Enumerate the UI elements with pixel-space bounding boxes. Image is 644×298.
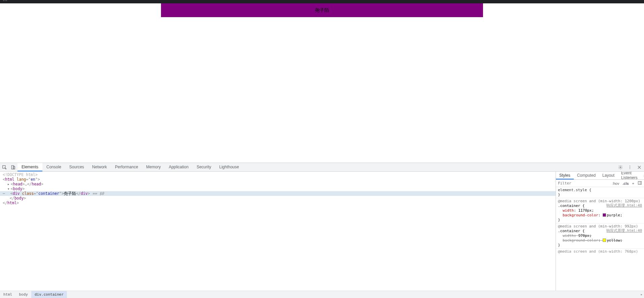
breadcrumb-div-container[interactable]: div.container — [31, 291, 67, 298]
styles-tabs-more-icon[interactable]: » — [641, 172, 644, 179]
device-toggle-icon[interactable] — [9, 163, 17, 171]
devtools-tab-sources[interactable]: Sources — [65, 163, 88, 171]
svg-point-5 — [630, 167, 630, 168]
css-rule-2[interactable]: @media screen and (min-width: 992px) .co… — [556, 223, 644, 249]
new-rule-button[interactable]: + — [632, 181, 635, 185]
devtools-body: <!DOCTYPE html> <html lang="en"> ▸<head>… — [0, 172, 644, 291]
rendered-page: 尧子陌 — [0, 3, 644, 163]
styles-tab-event-listeners[interactable]: Event Listeners — [618, 172, 641, 179]
css-rule-3-peek: @media screen and (min-width: 768px) — [556, 249, 644, 254]
dom-body-open[interactable]: ▾<body> — [0, 186, 556, 191]
styles-toolbar: :hov .cls + — [556, 180, 644, 187]
styles-rules[interactable]: element.style { } @media screen and (min… — [556, 187, 644, 291]
hov-toggle[interactable]: :hov — [611, 181, 620, 185]
styles-filter-input[interactable] — [557, 181, 609, 186]
devtools-tab-performance[interactable]: Performance — [111, 163, 142, 171]
css-rule-1[interactable]: @media screen and (min-width: 1200px) .c… — [556, 198, 644, 223]
dom-head[interactable]: ▸<head>…</head> — [0, 182, 556, 186]
color-swatch-icon[interactable] — [603, 239, 606, 242]
toolbar-overflow-icon: ⋯ — [3, 0, 8, 3]
dom-html-open[interactable]: <html lang="en"> — [0, 177, 556, 182]
element-style-rule[interactable]: element.style { } — [556, 187, 644, 198]
devtools-tab-application[interactable]: Application — [165, 163, 193, 171]
kebab-menu-icon[interactable] — [627, 165, 633, 170]
svg-point-3 — [620, 167, 621, 168]
devtools-tabs: ElementsConsoleSourcesNetworkPerformance… — [0, 163, 644, 172]
rule-source-link[interactable]: 响应式原理.html:48 — [606, 203, 642, 208]
devtools-tab-lighthouse[interactable]: Lighthouse — [215, 163, 243, 171]
devtools-tab-security[interactable]: Security — [193, 163, 215, 171]
breadcrumb-body[interactable]: body — [16, 291, 32, 298]
styles-tab-styles[interactable]: Styles — [556, 172, 574, 179]
inspect-icon[interactable] — [0, 163, 9, 171]
cls-toggle[interactable]: .cls — [622, 181, 629, 185]
dom-selected-div[interactable]: ⋯ <div class="container">尧子陌</div> == $0 — [0, 191, 556, 196]
chevron-right-icon[interactable]: ▸ — [640, 291, 643, 298]
toggle-sidebar-icon[interactable] — [637, 181, 643, 186]
dom-tree[interactable]: <!DOCTYPE html> <html lang="en"> ▸<head>… — [0, 172, 556, 291]
devtools-tab-memory[interactable]: Memory — [142, 163, 165, 171]
dom-doctype[interactable]: <!DOCTYPE html> — [0, 172, 556, 177]
elements-panel: <!DOCTYPE html> <html lang="en"> ▸<head>… — [0, 172, 556, 291]
rule-source-link[interactable]: 响应式原理.html:40 — [606, 228, 642, 233]
styles-tabs: StylesComputedLayoutEvent Listeners» — [556, 172, 644, 180]
settings-icon[interactable] — [617, 165, 624, 170]
svg-rect-7 — [638, 181, 642, 184]
devtools-tab-network[interactable]: Network — [88, 163, 111, 171]
styles-tab-computed[interactable]: Computed — [574, 172, 599, 179]
dom-body-close[interactable]: </body> — [0, 196, 556, 201]
svg-point-4 — [630, 165, 630, 166]
color-swatch-icon[interactable] — [603, 213, 606, 217]
devtools: ElementsConsoleSourcesNetworkPerformance… — [0, 163, 644, 298]
styles-tab-layout[interactable]: Layout — [599, 172, 618, 179]
devtools-tab-console[interactable]: Console — [42, 163, 65, 171]
browser-toolbar: ⋯ — [0, 0, 644, 3]
breadcrumb-html[interactable]: html — [0, 291, 16, 298]
svg-point-6 — [630, 168, 630, 169]
svg-rect-1 — [11, 165, 14, 169]
styles-sidebar: StylesComputedLayoutEvent Listeners» :ho… — [556, 172, 644, 291]
devtools-tab-elements[interactable]: Elements — [17, 163, 42, 171]
dom-html-close[interactable]: </html> — [0, 201, 556, 205]
page-container-text: 尧子陌 — [315, 7, 329, 13]
elements-breadcrumb: htmlbodydiv.container▸ — [0, 291, 644, 298]
close-devtools-icon[interactable] — [636, 165, 643, 170]
page-container: 尧子陌 — [161, 3, 483, 17]
